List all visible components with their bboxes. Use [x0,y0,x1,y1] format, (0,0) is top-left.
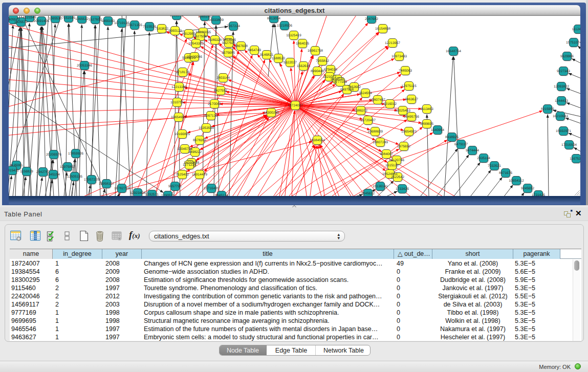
svg-text:1731426: 1731426 [532,193,545,196]
svg-text:1156829: 1156829 [20,170,33,173]
svg-text:8215955: 8215955 [541,107,554,111]
svg-text:20053346: 20053346 [77,64,92,68]
svg-text:1851075: 1851075 [170,16,183,17]
svg-text:2087682: 2087682 [365,17,378,21]
svg-text:12923408: 12923408 [130,191,145,195]
svg-text:2935114: 2935114 [477,157,490,160]
svg-text:8267130: 8267130 [204,114,217,118]
svg-text:9084067: 9084067 [380,152,393,156]
svg-text:22420046: 22420046 [187,55,202,59]
svg-text:1588520: 1588520 [272,57,285,60]
svg-text:3915411: 3915411 [9,169,19,172]
svg-text:7462662: 7462662 [347,85,361,89]
svg-text:11325419: 11325419 [286,34,301,37]
svg-text:18300295: 18300295 [264,111,279,115]
svg-text:12093822: 12093822 [554,85,569,89]
svg-text:6794028: 6794028 [324,68,337,72]
svg-text:16671355: 16671355 [127,24,142,27]
svg-text:8471676: 8471676 [499,171,512,175]
svg-text:1065532: 1065532 [75,17,89,21]
svg-text:15716485: 15716485 [204,187,219,190]
svg-text:8186328: 8186328 [208,38,222,42]
svg-text:1292571: 1292571 [145,193,159,196]
svg-text:9113463: 9113463 [420,107,433,111]
svg-text:16648764: 16648764 [446,50,461,53]
svg-text:9327505: 9327505 [193,35,207,38]
svg-text:6466160: 6466160 [101,19,115,23]
svg-text:9327505: 9327505 [222,41,235,45]
svg-text:1010755: 1010755 [170,101,184,104]
svg-text:3498222: 3498222 [188,150,202,154]
svg-text:10688609: 10688609 [367,130,383,134]
svg-text:6479197: 6479197 [454,143,468,146]
svg-text:8121545: 8121545 [23,16,36,19]
svg-text:1135061: 1135061 [10,164,23,167]
svg-text:9245652: 9245652 [521,187,534,190]
svg-text:10958107: 10958107 [99,182,114,186]
svg-text:8813054: 8813054 [267,17,280,20]
svg-text:1405572: 1405572 [14,20,28,24]
svg-text:20206576: 20206576 [46,153,61,157]
svg-text:10025453: 10025453 [395,109,410,113]
svg-text:10973493: 10973493 [391,55,407,58]
svg-text:16120746: 16120746 [389,159,404,162]
svg-text:7032621: 7032621 [488,164,501,168]
svg-text:9474444: 9474444 [466,149,479,152]
svg-text:1271234: 1271234 [183,163,196,167]
svg-text:16961758: 16961758 [308,49,323,53]
svg-text:1640954: 1640954 [431,128,444,132]
svg-text:1864035: 1864035 [296,42,309,46]
svg-text:9899695: 9899695 [420,122,433,126]
svg-text:7163822: 7163822 [155,27,168,31]
svg-text:1562615: 1562615 [297,64,310,68]
svg-text:19166825: 19166825 [175,133,190,136]
svg-text:13226055: 13226055 [195,31,211,34]
svg-text:12975115: 12975115 [401,84,417,88]
svg-text:7515526: 7515526 [143,25,156,29]
svg-text:5322037: 5322037 [284,61,297,64]
svg-text:8938925: 8938925 [445,136,459,139]
svg-text:16154838: 16154838 [375,27,390,31]
svg-text:15136141: 15136141 [373,185,388,188]
svg-text:9660123: 9660123 [168,29,182,33]
svg-text:12213349: 12213349 [171,85,187,89]
svg-text:1975692: 1975692 [397,145,410,148]
svg-text:8454749: 8454749 [248,49,261,52]
svg-text:9146821: 9146821 [260,53,273,57]
svg-text:7485063: 7485063 [399,69,412,73]
svg-text:16782759: 16782759 [114,187,129,190]
svg-text:1615132: 1615132 [385,164,399,167]
svg-text:17957225: 17957225 [84,178,99,182]
svg-text:9463627: 9463627 [405,98,418,101]
svg-text:10654112: 10654112 [509,179,524,183]
svg-text:16495756: 16495756 [404,115,419,119]
svg-text:2522542: 2522542 [391,176,404,179]
svg-text:10975867: 10975867 [60,165,75,169]
svg-text:9227343: 9227343 [557,70,570,73]
svg-text:17016504: 17016504 [561,143,577,147]
svg-text:1244413: 1244413 [555,99,568,103]
svg-text:15751074: 15751074 [566,41,580,45]
svg-text:9245632: 9245632 [361,192,375,195]
svg-text:1345154: 1345154 [47,173,60,177]
svg-text:7386372: 7386372 [354,109,367,113]
svg-text:8678352: 8678352 [193,139,206,142]
svg-text:1112455: 1112455 [572,28,580,31]
svg-text:1290571: 1290571 [161,194,175,196]
svg-text:1167533: 1167533 [570,157,580,161]
svg-text:15692971: 15692971 [556,129,571,133]
svg-text:18807249: 18807249 [373,141,388,144]
svg-text:9329966: 9329966 [560,55,574,58]
svg-text:2867608: 2867608 [234,45,248,48]
svg-text:2170062: 2170062 [208,102,221,106]
svg-text:7151545: 7151545 [62,16,75,20]
svg-text:6216012: 6216012 [383,102,397,106]
svg-text:10543382: 10543382 [188,42,204,46]
svg-text:20691406: 20691406 [34,19,49,23]
svg-text:19654925: 19654925 [171,116,186,119]
svg-text:16033809: 16033809 [208,18,224,22]
svg-text:15353594: 15353594 [199,126,214,130]
svg-text:8990448: 8990448 [311,70,324,73]
svg-text:19654923: 19654923 [401,130,417,134]
svg-text:18724007: 18724007 [288,104,303,107]
